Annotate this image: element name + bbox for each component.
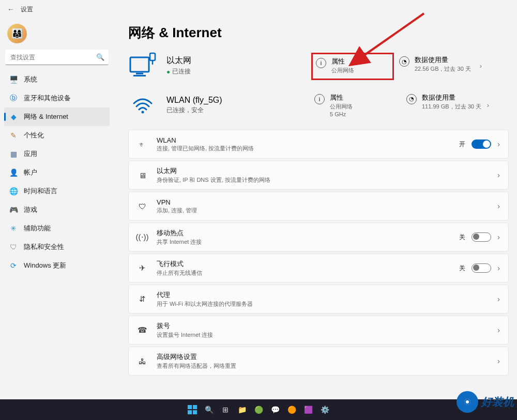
- edge-icon[interactable]: 🟢: [252, 403, 265, 416]
- nav-label: 蓝牙和其他设备: [24, 94, 71, 103]
- sidebar-item-4[interactable]: ▦应用: [4, 145, 110, 163]
- list-title: 高级网络设置: [157, 352, 488, 362]
- chevron-right-icon: ›: [497, 295, 500, 303]
- sidebar-item-0[interactable]: 🖥️系统: [4, 70, 110, 89]
- ethernet-icon: 🖥: [137, 171, 147, 180]
- ethernet-prop-title: 属性: [331, 57, 354, 66]
- chevron-right-icon: ›: [497, 326, 500, 334]
- chevron-right-icon: ›: [497, 357, 500, 365]
- task-view-icon[interactable]: ⊞: [219, 403, 232, 416]
- settings-item-dialup[interactable]: ☎ 拨号 设置拨号 Internet 连接 ›: [128, 316, 509, 345]
- file-explorer-icon[interactable]: 📁: [235, 403, 249, 416]
- settings-item-airplane[interactable]: ✈ 飞行模式 停止所有无线通信 关›: [128, 254, 509, 283]
- svg-rect-0: [130, 57, 149, 72]
- chevron-right-icon: ›: [480, 62, 482, 70]
- wlan-prop-sub: 公用网络: [330, 103, 353, 111]
- wlan-properties-card[interactable]: i 属性 公用网络 5 GHz: [314, 93, 397, 117]
- network-row-ethernet: 以太网 ●已连接 i 属性 公用网络 ◔: [128, 51, 509, 80]
- settings-item-advanced[interactable]: 🖧 高级网络设置 查看所有网络适配器，网络重置 ›: [128, 347, 509, 376]
- toggle-state-label: 关: [459, 233, 465, 242]
- svg-rect-7: [188, 405, 192, 409]
- settings-item-proxy[interactable]: ⇵ 代理 用于 Wi-Fi 和以太网连接的代理服务器 ›: [128, 285, 509, 314]
- toggle-wlan[interactable]: [472, 139, 491, 149]
- user-avatar[interactable]: 👨‍👩‍👧: [7, 24, 27, 43]
- app-icon[interactable]: 🟪: [301, 403, 315, 416]
- svg-rect-3: [150, 53, 155, 60]
- nav-icon: ⓑ: [9, 94, 18, 103]
- search-taskbar-icon[interactable]: 🔍: [202, 403, 216, 416]
- search-input[interactable]: [5, 50, 109, 65]
- nav-icon: ◆: [9, 113, 18, 121]
- data-usage-icon: ◔: [406, 94, 417, 104]
- page-title: 网络 & Internet: [128, 24, 509, 42]
- list-title: 以太网: [157, 166, 488, 176]
- wlan-prop-title: 属性: [330, 93, 353, 102]
- list-subtitle: 身份验证, IP 和 DNS 设置, 按流量计费的网络: [157, 176, 488, 184]
- sidebar: 👨‍👩‍👧 🔍 🖥️系统ⓑ蓝牙和其他设备◆网络 & Internet✎个性化▦应…: [0, 19, 114, 399]
- watermark: 好装机: [457, 391, 514, 413]
- sidebar-item-6[interactable]: 🌐时间和语言: [4, 182, 110, 200]
- nav-label: 个性化: [24, 131, 44, 140]
- svg-rect-8: [193, 405, 197, 409]
- sidebar-item-1[interactable]: ⓑ蓝牙和其他设备: [4, 89, 110, 107]
- settings-item-hotspot[interactable]: ((⋅)) 移动热点 共享 Internet 连接 关›: [128, 223, 509, 252]
- list-title: 拨号: [157, 321, 488, 331]
- ethernet-status: 已连接: [172, 67, 191, 76]
- vpn-icon: 🛡: [137, 202, 147, 211]
- wlan-usage-sub: 111.99 GB，过去 30 天: [422, 103, 481, 111]
- search-box: 🔍: [5, 50, 109, 65]
- svg-rect-2: [133, 75, 146, 76]
- back-button[interactable]: ←: [7, 5, 14, 13]
- taskbar[interactable]: 🔍 ⊞ 📁 🟢 💬 🟠 🟪 ⚙️: [0, 399, 517, 420]
- nav-icon: 🖥️: [9, 75, 18, 84]
- wlan-icon: ᯤ: [137, 140, 147, 149]
- watermark-text: 好装机: [481, 395, 514, 409]
- ethernet-properties-card[interactable]: i 属性 公用网络: [311, 53, 394, 80]
- sidebar-item-5[interactable]: 👤帐户: [4, 163, 110, 182]
- nav-label: 时间和语言: [24, 186, 57, 196]
- wechat-icon[interactable]: 💬: [268, 403, 282, 416]
- toggle-airplane[interactable]: [472, 263, 491, 273]
- sidebar-item-7[interactable]: 🎮游戏: [4, 200, 110, 219]
- nav-icon: 🌐: [9, 187, 18, 195]
- airplane-icon: ✈: [137, 263, 147, 273]
- ethernet-usage-card[interactable]: ◔ 数据使用量 22.56 GB，过去 30 天 ›: [399, 55, 482, 76]
- ethernet-icon: [128, 51, 157, 80]
- list-subtitle: 停止所有无线通信: [157, 269, 450, 277]
- nav-label: 应用: [24, 149, 37, 159]
- header-title: 设置: [21, 5, 33, 14]
- start-button[interactable]: [186, 403, 199, 416]
- hotspot-icon: ((⋅)): [137, 232, 147, 242]
- chevron-right-icon: ›: [497, 233, 500, 241]
- nav-label: 帐户: [24, 168, 37, 177]
- chevron-right-icon: ›: [497, 140, 500, 148]
- list-title: 飞行模式: [157, 259, 450, 269]
- wlan-name: WLAN (fly_5G): [166, 96, 222, 105]
- wlan-usage-card[interactable]: ◔ 数据使用量 111.99 GB，过去 30 天 ›: [406, 93, 489, 117]
- main-content: 网络 & Internet 以太网 ●已连接 i: [114, 19, 517, 399]
- wlan-band: 5 GHz: [330, 111, 353, 117]
- info-icon: i: [316, 58, 326, 68]
- sidebar-item-9[interactable]: 🛡隐私和安全性: [4, 238, 110, 256]
- sidebar-item-10[interactable]: ⟳Windows 更新: [4, 256, 110, 275]
- settings-item-ethernet[interactable]: 🖥 以太网 身份验证, IP 和 DNS 设置, 按流量计费的网络 ›: [128, 161, 509, 190]
- sidebar-item-3[interactable]: ✎个性化: [4, 126, 110, 145]
- svg-rect-1: [136, 73, 143, 74]
- nav-icon: 🛡: [9, 243, 18, 251]
- wifi-icon: [128, 90, 157, 119]
- list-title: WLAN: [157, 136, 450, 144]
- toggle-hotspot[interactable]: [472, 232, 491, 242]
- settings-item-wlan[interactable]: ᯤ WLAN 连接, 管理已知网络, 按流量计费的网络 开›: [128, 130, 509, 159]
- svg-rect-9: [188, 410, 192, 414]
- settings-taskbar-icon[interactable]: ⚙️: [318, 403, 331, 416]
- data-usage-icon: ◔: [399, 56, 409, 67]
- settings-item-vpn[interactable]: 🛡 VPN 添加, 连接, 管理 ›: [128, 192, 509, 221]
- sidebar-item-2[interactable]: ◆网络 & Internet: [4, 107, 110, 126]
- nav-icon: 🎮: [9, 206, 18, 214]
- list-title: 代理: [157, 290, 488, 300]
- ethernet-usage-sub: 22.56 GB，过去 30 天: [415, 65, 471, 73]
- nav-label: Windows 更新: [24, 261, 66, 270]
- chrome-icon[interactable]: 🟠: [285, 403, 298, 416]
- list-subtitle: 添加, 连接, 管理: [157, 207, 488, 214]
- sidebar-item-8[interactable]: ✳辅助功能: [4, 219, 110, 238]
